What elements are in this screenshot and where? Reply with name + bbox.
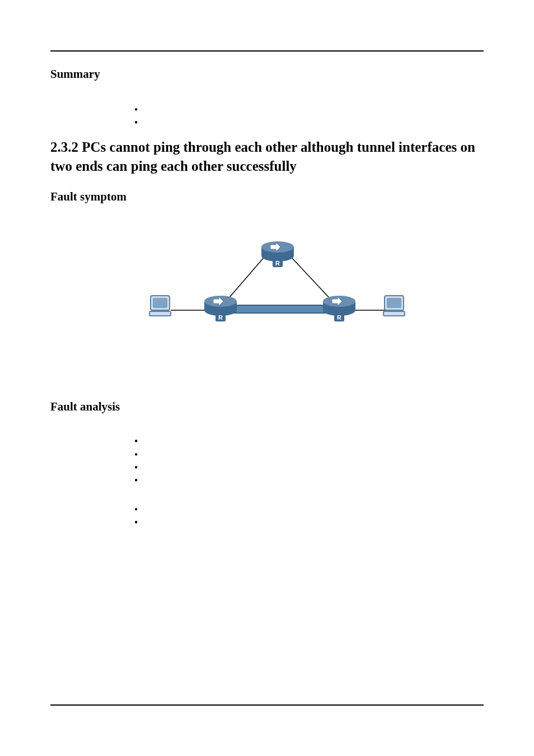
bullet-item: •: [134, 435, 484, 448]
router-label: R: [275, 260, 280, 267]
bullet-item: •: [134, 516, 484, 529]
svg-rect-20: [387, 298, 401, 308]
router-top: R: [261, 241, 294, 267]
heading-section: 2.3.2 PCs cannot ping through each other…: [50, 138, 484, 176]
svg-rect-18: [149, 311, 171, 316]
pc-left: [149, 296, 171, 316]
page: Summary • • 2.3.2 PCs cannot ping throug…: [0, 0, 534, 756]
bullet-item: •: [134, 116, 484, 129]
section-number: 2.3.2: [50, 139, 78, 155]
section-title: PCs cannot ping through each other altho…: [50, 139, 475, 174]
svg-rect-17: [153, 298, 167, 308]
diagram-svg: R R R: [110, 226, 424, 338]
link-left-top: [226, 257, 264, 302]
svg-rect-21: [383, 311, 405, 316]
heading-fault-symptom: Fault symptom: [50, 190, 484, 204]
bullet-item: •: [134, 449, 484, 461]
link-right-top: [291, 257, 333, 302]
top-rule: [50, 50, 484, 52]
router-label: R: [337, 314, 341, 321]
analysis-bullets-2: • •: [134, 503, 484, 530]
bullet-item: •: [134, 461, 484, 474]
analysis-bullets-1: • • • •: [134, 435, 484, 488]
bottom-rule: [50, 704, 484, 706]
bullet-item: •: [134, 503, 484, 516]
router-label: R: [218, 314, 223, 321]
bullet-item: •: [134, 474, 484, 487]
heading-summary: Summary: [50, 67, 484, 81]
bullet-item: •: [134, 104, 484, 116]
summary-bullets: • •: [134, 104, 484, 130]
router-left: R: [204, 296, 237, 321]
heading-fault-analysis: Fault analysis: [50, 400, 484, 414]
router-right: R: [323, 296, 355, 321]
pc-right: [383, 296, 405, 316]
network-diagram: R R R: [50, 226, 484, 338]
